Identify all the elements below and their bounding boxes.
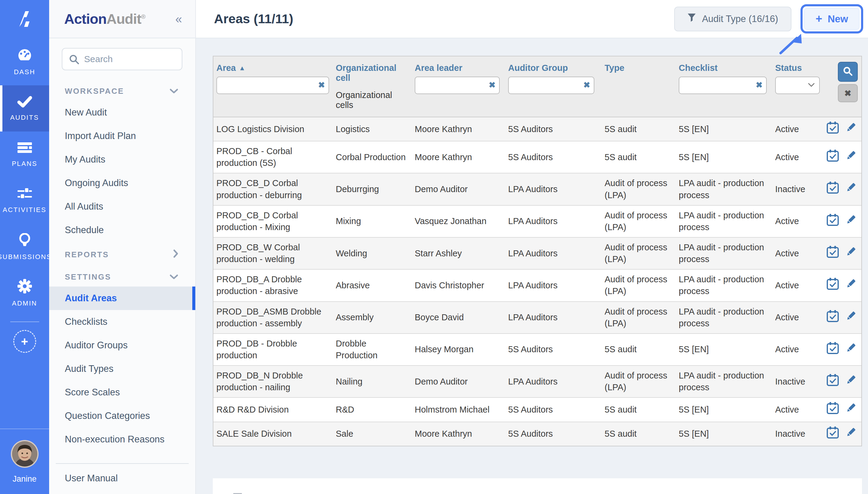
sidebar-item-audit-types[interactable]: Audit Types (49, 357, 195, 381)
plus-icon: + (21, 335, 28, 348)
rail-item-admin[interactable]: ADMIN (0, 270, 49, 316)
table-filter-row: Area ▲ ✖ Organizational cell Organizatio… (213, 56, 861, 117)
status-filter-select[interactable] (775, 77, 820, 94)
edit-pencil-icon[interactable] (845, 402, 857, 417)
table-row: LOG Logistics Division Logistics Moore K… (213, 117, 861, 141)
schedule-calendar-icon[interactable] (826, 278, 839, 293)
clear-filters-button[interactable]: ✖ (838, 84, 858, 102)
schedule-calendar-icon[interactable] (826, 310, 839, 325)
column-header-org-cell[interactable]: Organizational cell (336, 61, 411, 87)
sidebar-item-ongoing-audits[interactable]: Ongoing Audits (49, 171, 195, 195)
edit-pencil-icon[interactable] (845, 342, 857, 357)
column-header-area[interactable]: Area ▲ (216, 61, 329, 77)
clear-area-filter-icon[interactable]: ✖ (318, 80, 325, 90)
schedule-calendar-icon[interactable] (826, 374, 839, 390)
avatar[interactable] (11, 440, 39, 468)
column-header-checklist[interactable]: Checklist (679, 61, 767, 77)
sidebar-header: ActionAudit® « (49, 0, 195, 38)
table-row: PROD_CB_D Corbal production - deburring … (213, 173, 861, 205)
org-cells-filter-label[interactable]: Organizational cells (336, 87, 411, 110)
sidebar-item-schedule[interactable]: Schedule (49, 218, 195, 242)
schedule-calendar-icon[interactable] (826, 149, 839, 165)
add-workspace-button[interactable]: + (13, 330, 36, 353)
edit-pencil-icon[interactable] (845, 278, 857, 293)
edit-pencil-icon[interactable] (845, 426, 857, 442)
sidebar-item-non-execution-reasons[interactable]: Non-execution Reasons (49, 428, 195, 447)
tutorial-arrow (778, 31, 806, 57)
schedule-calendar-icon[interactable] (826, 426, 839, 442)
sidebar-item-auditor-groups[interactable]: Auditor Groups (49, 334, 195, 357)
new-button[interactable]: + New (804, 8, 860, 30)
sidebar-item-checklists[interactable]: Checklists (49, 310, 195, 334)
edit-pencil-icon[interactable] (845, 121, 857, 137)
cell-status: Active (775, 404, 826, 416)
cell-area: PROD_DB - Drobble production (213, 338, 336, 361)
rail-item-plans[interactable]: PLANS (0, 132, 49, 178)
rail-item-submissions[interactable]: SUBMISSIONS (0, 224, 49, 270)
sidebar-item-new-audit[interactable]: New Audit (49, 101, 195, 124)
gear-icon (18, 279, 32, 294)
column-header-auditor-group[interactable]: Auditor Group (508, 61, 594, 77)
rail-item-activities[interactable]: ACTIVITIES (0, 178, 49, 224)
search-input[interactable] (62, 48, 182, 70)
clear-group-filter-icon[interactable]: ✖ (583, 80, 590, 90)
schedule-calendar-icon[interactable] (826, 181, 839, 197)
chevron-right-icon (173, 249, 178, 260)
edit-pencil-icon[interactable] (845, 374, 857, 390)
rail-user-block: Janine (0, 429, 49, 494)
cell-leader: Halsey Morgan (415, 343, 508, 355)
audit-type-filter-button[interactable]: Audit Type (16/16) (674, 7, 791, 31)
edit-pencil-icon[interactable] (845, 310, 857, 325)
sidebar-item-all-audits[interactable]: All Audits (49, 195, 195, 218)
auditor-group-filter-input[interactable] (508, 77, 594, 94)
edit-pencil-icon[interactable] (845, 213, 857, 229)
plans-list-icon (17, 142, 33, 155)
sidebar-item-score-scales[interactable]: Score Scales (49, 381, 195, 404)
section-reports[interactable]: REPORTS (49, 242, 195, 265)
sidebar-item-question-categories[interactable]: Question Categories (49, 404, 195, 428)
sidebar: ActionAudit® « WORKSPACE New Audit Impor… (49, 0, 196, 494)
sidebar-item-user-manual[interactable]: User Manual (49, 464, 195, 494)
area-filter-input[interactable] (216, 77, 329, 94)
cell-area: PROD_CB_W Corbal production - welding (213, 242, 336, 265)
clear-leader-filter-icon[interactable]: ✖ (489, 80, 495, 90)
sidebar-item-import-audit-plan[interactable]: Import Audit Plan (49, 124, 195, 148)
schedule-calendar-icon[interactable] (826, 342, 839, 357)
clear-checklist-filter-icon[interactable]: ✖ (755, 80, 763, 90)
cell-status: Active (775, 215, 826, 227)
sidebar-item-my-audits[interactable]: My Audits (49, 148, 195, 171)
rail-item-dash[interactable]: DASH (0, 39, 49, 86)
cell-status: Inactive (775, 183, 826, 195)
section-settings[interactable]: SETTINGS (49, 265, 195, 286)
rail-item-audits[interactable]: AUDITS (0, 86, 49, 132)
edit-pencil-icon[interactable] (845, 246, 857, 261)
cell-group: LPA Auditors (508, 280, 605, 291)
schedule-calendar-icon[interactable] (826, 121, 839, 137)
app-logo[interactable] (0, 0, 49, 39)
user-name: Janine (13, 474, 37, 484)
collapse-sidebar-icon[interactable]: « (175, 13, 182, 25)
chevron-down-icon (170, 272, 178, 282)
column-header-status[interactable]: Status (775, 61, 826, 77)
sidebar-item-audit-areas[interactable]: Audit Areas (49, 286, 195, 310)
apply-filters-button[interactable] (838, 62, 858, 82)
cell-type: Audit of process (LPA) (605, 370, 679, 393)
cell-checklist: LPA audit - production process (679, 177, 775, 201)
section-workspace[interactable]: WORKSPACE (49, 79, 195, 101)
rail-item-label: ADMIN (12, 300, 37, 307)
column-header-area-leader[interactable]: Area leader (415, 61, 500, 77)
schedule-calendar-icon[interactable] (826, 213, 839, 229)
sliders-icon (17, 188, 33, 201)
areas-table: Area ▲ ✖ Organizational cell Organizatio… (213, 56, 862, 446)
edit-pencil-icon[interactable] (845, 181, 857, 197)
schedule-calendar-icon[interactable] (826, 246, 839, 261)
cell-leader: Moore Kathryn (415, 151, 508, 163)
schedule-calendar-icon[interactable] (826, 402, 839, 417)
cell-area: PROD_CB_D Corbal production - Mixing (213, 210, 336, 233)
edit-pencil-icon[interactable] (845, 149, 857, 165)
checklist-filter-input[interactable] (679, 77, 767, 94)
cell-group: LPA Auditors (508, 376, 605, 387)
funnel-icon (688, 13, 696, 25)
column-header-type[interactable]: Type (605, 61, 674, 77)
area-leader-filter-input[interactable] (415, 77, 500, 94)
